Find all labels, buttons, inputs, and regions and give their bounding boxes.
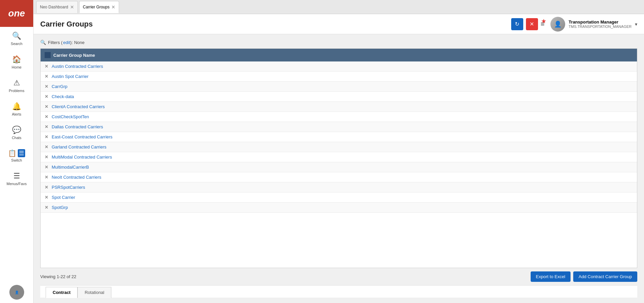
chat-icon: 💬 — [12, 126, 21, 134]
row-link-9[interactable]: MultiModal Contracted Carriers — [52, 155, 112, 160]
filter-paren-open: ( — [60, 40, 62, 45]
table-row: ✕ MultimodalCarrierB — [41, 162, 637, 172]
sidebar-label-chats: Chats — [12, 136, 21, 140]
delete-icon-1[interactable]: ✕ — [45, 74, 48, 79]
row-link-8[interactable]: Garland Contracted Carriers — [52, 144, 106, 149]
filter-bar: 🔍 Filters ( edit ): None — [40, 40, 637, 45]
sidebar-label-alerts: Alerts — [12, 112, 21, 116]
table-row: ✕ East-Coast Contracted Carriers — [41, 132, 637, 142]
home-icon: 🏠 — [12, 55, 21, 64]
table-row: ✕ Austin Spot Carrier — [41, 72, 637, 82]
row-link-6[interactable]: Dallas Contracted Carriers — [52, 124, 103, 129]
delete-icon-3[interactable]: ✕ — [45, 94, 48, 99]
sidebar-item-alerts[interactable]: 🔔 Alerts — [0, 97, 33, 121]
row-link-4[interactable]: ClientA Contracted Carriers — [52, 104, 105, 109]
tab-rotational[interactable]: Rotational — [77, 287, 111, 298]
row-link-13[interactable]: Spot Carrier — [52, 195, 75, 200]
row-link-12[interactable]: PSRSpotCarriers — [52, 185, 85, 190]
tab-carrier-groups[interactable]: Carrier Groups ✕ — [79, 1, 119, 13]
filters-label: Filters — [48, 40, 60, 45]
delete-icon-2[interactable]: ✕ — [45, 84, 48, 89]
sidebar-label-search: Search — [11, 42, 22, 46]
sidebar-label-home: Home — [12, 65, 21, 69]
logo-text: one — [8, 8, 25, 19]
row-link-2[interactable]: CarrGrp — [52, 84, 67, 89]
switch-icon-right: ☰ — [18, 149, 25, 157]
delete-icon-4[interactable]: ✕ — [45, 104, 48, 109]
delete-icon-14[interactable]: ✕ — [45, 205, 48, 210]
warning-icon: ⚠ — [13, 79, 20, 87]
table-row: ✕ MultiModal Contracted Carriers — [41, 152, 637, 162]
row-link-0[interactable]: Austin Contracted Carriers — [52, 64, 103, 69]
bottom-tab-bar: Contract Rotational — [40, 285, 637, 298]
sidebar-item-menus[interactable]: ☰ Menus/Favs — [0, 167, 33, 190]
delete-icon-13[interactable]: ✕ — [45, 195, 48, 200]
sidebar-avatar-icon: 👤 — [15, 291, 19, 294]
delete-icon-10[interactable]: ✕ — [45, 165, 48, 170]
sidebar-item-home[interactable]: 🏠 Home — [0, 50, 33, 74]
search-icon: 🔍 — [12, 32, 21, 40]
table-footer: Viewing 1-22 of 22 Export to Excel Add C… — [40, 268, 637, 285]
table-header-row: Carrier Group Name — [41, 49, 637, 61]
sidebar-item-search[interactable]: 🔍 Search — [0, 27, 33, 50]
main-content: Neo Dashboard ✕ Carrier Groups ✕ Carrier… — [34, 0, 644, 303]
sidebar-label-menus: Menus/Favs — [7, 182, 27, 186]
avatar-icon: 👤 — [554, 20, 561, 28]
close-button[interactable]: ✕ — [526, 18, 538, 30]
table-row: ✕ PSRSpotCarriers — [41, 182, 637, 192]
export-to-excel-button[interactable]: Export to Excel — [531, 271, 571, 282]
user-text: Transportation Manager TMS.TRANSPORTATIO… — [569, 19, 632, 29]
table-row: ✕ ClientA Contracted Carriers — [41, 102, 637, 112]
row-link-5[interactable]: CostCheckSpotTen — [52, 114, 89, 119]
switch-icon-left: 📋 — [8, 149, 16, 157]
row-link-3[interactable]: Check-data — [52, 94, 74, 99]
sidebar-item-chats[interactable]: 💬 Chats — [0, 121, 33, 144]
delete-icon-6[interactable]: ✕ — [45, 124, 48, 129]
sidebar: one 🔍 Search 🏠 Home ⚠ Problems 🔔 Alerts … — [0, 0, 34, 303]
delete-icon-9[interactable]: ✕ — [45, 155, 48, 160]
viewing-text: Viewing 1-22 of 22 — [40, 274, 76, 279]
content-area: 🔍 Filters ( edit ): None Carrier Group N… — [34, 34, 644, 303]
user-dropdown-arrow[interactable]: ▾ — [635, 21, 637, 27]
table-row: ✕ SpotGrp — [41, 203, 637, 213]
sidebar-label-switch: Switch — [11, 158, 22, 162]
add-contract-carrier-group-button[interactable]: Add Contract Carrier Group — [573, 271, 637, 282]
bell-icon: 🔔 — [12, 102, 21, 111]
row-link-7[interactable]: East-Coast Contracted Carriers — [52, 134, 112, 139]
row-link-10[interactable]: MultimodalCarrierB — [52, 165, 89, 170]
row-link-14[interactable]: SpotGrp — [52, 205, 68, 210]
row-link-1[interactable]: Austin Spot Carrier — [52, 74, 89, 79]
table-row: ✕ Dallas Contracted Carriers — [41, 122, 637, 132]
sidebar-item-switch[interactable]: 📋 ☰ Switch — [0, 144, 33, 167]
user-name: Transportation Manager — [569, 19, 632, 25]
filter-edit-link[interactable]: edit — [63, 40, 70, 45]
refresh-button[interactable]: ↻ — [511, 18, 523, 30]
star-icon: ★ — [541, 17, 546, 25]
delete-icon-0[interactable]: ✕ — [45, 64, 48, 69]
user-info: 👤 Transportation Manager TMS.TRANSPORTAT… — [550, 17, 637, 32]
tab-contract[interactable]: Contract — [46, 287, 77, 298]
filter-paren-close: ): — [70, 40, 74, 45]
delete-icon-11[interactable]: ✕ — [45, 175, 48, 180]
user-role: TMS.TRANSPORTATION_MANAGER — [569, 25, 632, 29]
menus-icon: ☰ — [13, 172, 20, 180]
page-title: Carrier Groups — [40, 20, 511, 29]
sidebar-item-problems[interactable]: ⚠ Problems — [0, 74, 33, 97]
row-link-11[interactable]: NeoIt Contracted Carriers — [52, 175, 101, 180]
sidebar-label-problems: Problems — [9, 89, 24, 93]
table-row: ✕ Check-data — [41, 92, 637, 102]
page-header: Carrier Groups ↻ ✕ ≡ ★ 👤 Transportation … — [34, 14, 644, 34]
tab-neo-dashboard-label: Neo Dashboard — [40, 5, 68, 9]
delete-icon-12[interactable]: ✕ — [45, 185, 48, 190]
delete-icon-7[interactable]: ✕ — [45, 134, 48, 139]
table-row: ✕ Garland Contracted Carriers — [41, 142, 637, 152]
app-logo: one — [0, 0, 33, 27]
delete-icon-5[interactable]: ✕ — [45, 114, 48, 119]
tab-neo-dashboard-close[interactable]: ✕ — [70, 4, 74, 10]
column-header-name: Carrier Group Name — [53, 53, 95, 58]
table-row: ✕ CostCheckSpotTen — [41, 112, 637, 122]
delete-icon-8[interactable]: ✕ — [45, 144, 48, 149]
tab-neo-dashboard[interactable]: Neo Dashboard ✕ — [36, 1, 78, 13]
header-actions: ↻ ✕ ≡ ★ 👤 Transportation Manager TMS.TRA… — [511, 17, 637, 32]
tab-carrier-groups-close[interactable]: ✕ — [111, 4, 115, 10]
